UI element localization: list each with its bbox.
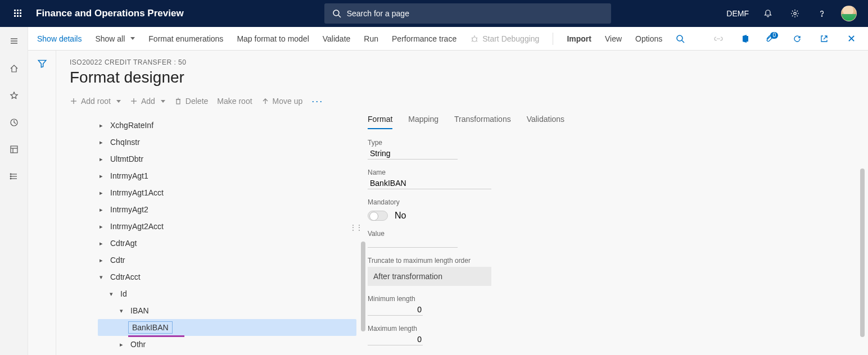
format-enumerations-button[interactable]: Format enumerations: [148, 34, 223, 43]
page-scrollbar[interactable]: [860, 169, 865, 337]
svg-rect-33: [177, 99, 180, 104]
tree-node[interactable]: Cdtr: [98, 252, 356, 268]
svg-rect-0: [14, 10, 16, 11]
add-root-button[interactable]: Add root: [70, 97, 121, 106]
overflow-menu-icon[interactable]: ···: [311, 99, 323, 103]
favorites-icon[interactable]: [3, 84, 25, 107]
office-icon[interactable]: [738, 31, 753, 47]
add-button[interactable]: Add: [130, 97, 165, 106]
tab-transformations[interactable]: Transformations: [454, 115, 511, 129]
svg-point-27: [10, 176, 11, 177]
svg-line-10: [338, 15, 341, 17]
move-up-label: Move up: [273, 97, 303, 106]
tree-node-label: BankIBAN: [128, 321, 173, 334]
min-length-label: Minimum length: [368, 295, 855, 303]
tree-node-label: IntrmyAgt1Acct: [110, 188, 164, 197]
popout-icon[interactable]: [816, 31, 832, 47]
tree-node-label: IntrmyAgt2Acct: [110, 222, 164, 231]
start-debugging-label: Start Debugging: [482, 34, 539, 43]
svg-point-11: [794, 12, 796, 15]
hamburger-icon[interactable]: [0, 29, 28, 53]
tab-format[interactable]: Format: [368, 115, 392, 129]
tree-node-selected[interactable]: BankIBAN: [98, 319, 356, 336]
start-debugging-button[interactable]: Start Debugging: [470, 34, 539, 43]
tree-node[interactable]: ChqInstr: [98, 134, 356, 151]
tree-node-label: IBAN: [130, 306, 149, 315]
filter-icon[interactable]: [37, 58, 47, 355]
delete-button[interactable]: Delete: [174, 97, 208, 106]
view-button[interactable]: View: [605, 34, 622, 43]
svg-point-13: [472, 37, 477, 42]
left-navigation-rail: [0, 27, 28, 355]
truncate-order-select[interactable]: After transformation: [368, 267, 491, 286]
tree-node[interactable]: IBAN: [98, 302, 356, 319]
help-icon[interactable]: [814, 6, 830, 21]
gear-icon[interactable]: [787, 6, 803, 21]
splitter-grip-icon[interactable]: ⋮⋮: [350, 224, 362, 231]
map-format-to-model-button[interactable]: Map format to model: [237, 34, 309, 43]
recent-icon[interactable]: [3, 111, 25, 134]
separator: [553, 33, 553, 45]
max-length-field[interactable]: 0: [368, 333, 423, 345]
app-title: Finance and Operations Preview: [36, 8, 184, 19]
add-label: Add: [141, 97, 155, 106]
type-label: Type: [368, 139, 855, 147]
tree-node-label: Id: [120, 289, 127, 298]
tree-node[interactable]: UltmtDbtr: [98, 151, 356, 167]
delete-label: Delete: [186, 97, 208, 106]
breadcrumb: ISO20022 CREDIT TRANSFER : 50: [70, 58, 855, 66]
search-command-icon[interactable]: [676, 34, 685, 43]
home-icon[interactable]: [3, 57, 25, 80]
run-button[interactable]: Run: [364, 34, 378, 43]
mandatory-toggle[interactable]: [368, 211, 388, 221]
make-root-button[interactable]: Make root: [217, 97, 252, 106]
min-length-field[interactable]: 0: [368, 303, 423, 316]
tree-node-label: XchgRateInf: [110, 121, 153, 130]
properties-panel: ⋮⋮ Format Mapping Transformations Valida…: [356, 112, 855, 347]
tree-node[interactable]: IntrmyAgt1: [98, 167, 356, 184]
move-up-button[interactable]: Move up: [261, 97, 303, 106]
search-icon: [332, 9, 341, 18]
tab-mapping[interactable]: Mapping: [408, 115, 438, 129]
tree-node[interactable]: IntrmyAgt2: [98, 201, 356, 218]
show-details-button[interactable]: Show details: [37, 34, 82, 43]
main-content: ISO20022 CREDIT TRANSFER : 50 Format des…: [56, 51, 868, 355]
value-field[interactable]: [368, 238, 458, 248]
attachments-count-badge: 0: [770, 32, 778, 39]
tree-node[interactable]: IntrmyAgt1Acct: [98, 184, 356, 201]
avatar[interactable]: [841, 6, 857, 21]
app-launcher-icon[interactable]: [4, 9, 31, 18]
tree-node[interactable]: XchgRateInf: [98, 117, 356, 134]
validate-button[interactable]: Validate: [323, 34, 351, 43]
close-icon[interactable]: ✕: [843, 31, 859, 47]
tree-node[interactable]: Othr: [98, 336, 356, 353]
tree-node[interactable]: CdtrAgt: [98, 235, 356, 252]
format-tree: XchgRateInf ChqInstr UltmtDbtr IntrmyAgt…: [70, 112, 356, 347]
attachments-icon[interactable]: 0: [765, 34, 778, 43]
tree-node[interactable]: CdtrAcct: [98, 268, 356, 285]
options-button[interactable]: Options: [635, 34, 662, 43]
workspaces-icon[interactable]: [3, 138, 25, 161]
tree-node-label: CdtrAcct: [110, 272, 141, 281]
import-button[interactable]: Import: [567, 34, 591, 43]
tree-node-label: Cdtr: [110, 256, 125, 265]
perf-trace-button[interactable]: Performance trace: [392, 34, 456, 43]
tree-node[interactable]: Id: [98, 285, 356, 302]
refresh-icon[interactable]: [789, 31, 805, 47]
modules-icon[interactable]: [3, 165, 25, 188]
company-indicator[interactable]: DEMF: [726, 9, 749, 18]
svg-rect-5: [20, 12, 21, 14]
svg-point-26: [10, 174, 11, 175]
show-all-button[interactable]: Show all: [95, 34, 135, 43]
type-field[interactable]: String: [368, 147, 458, 160]
tree-node-label: IntrmyAgt1: [110, 171, 148, 180]
tree-node[interactable]: IntrmyAgt2Acct: [98, 218, 356, 235]
svg-rect-2: [20, 10, 21, 11]
tree-node-label: CdtrAgt: [110, 239, 137, 248]
app-header: Finance and Operations Preview Search fo…: [0, 0, 868, 27]
link-icon[interactable]: [711, 31, 726, 47]
global-search-input[interactable]: Search for a page: [324, 3, 611, 24]
tab-validations[interactable]: Validations: [527, 115, 564, 129]
name-field[interactable]: BankIBAN: [368, 176, 491, 189]
notifications-icon[interactable]: [760, 6, 776, 21]
